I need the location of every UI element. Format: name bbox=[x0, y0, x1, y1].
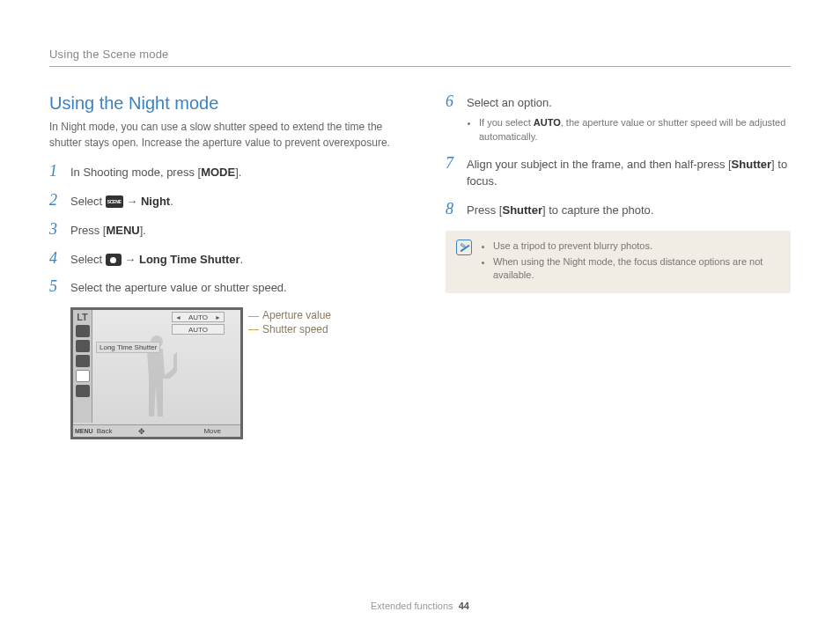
step-text: . bbox=[170, 195, 173, 208]
lcd-bottom-bar: MENU Back ✥ Move bbox=[73, 424, 240, 437]
section-title: Using the Night mode bbox=[49, 93, 394, 114]
dpad-icon: ✥ bbox=[138, 427, 145, 436]
mode-label: MODE bbox=[201, 166, 235, 179]
arrow: → bbox=[123, 195, 141, 208]
content-columns: Using the Night mode In Night mode, you … bbox=[49, 93, 791, 439]
lcd-icon bbox=[76, 325, 90, 337]
lcd-callouts: Aperture value Shutter speed bbox=[248, 307, 331, 336]
step-number: 8 bbox=[446, 201, 458, 218]
substep-text: If you select bbox=[479, 117, 534, 128]
lcd-sidebar: LT bbox=[73, 310, 92, 423]
lcd-icon bbox=[76, 340, 90, 352]
left-arrow-icon: ◄ bbox=[175, 314, 181, 321]
substep-list: If you select AUTO, the aperture value o… bbox=[467, 115, 791, 144]
note-list: Use a tripod to prevent blurry photos. W… bbox=[481, 240, 780, 284]
step-number: 6 bbox=[446, 93, 458, 111]
arrow: → bbox=[122, 253, 139, 266]
step-text: In Shooting mode, press [ bbox=[70, 166, 201, 179]
shutter-bold: Shutter bbox=[732, 158, 772, 171]
step-number: 4 bbox=[49, 250, 62, 268]
step-number: 7 bbox=[446, 155, 458, 173]
manual-page: Using the Scene mode Using the Night mod… bbox=[0, 0, 840, 634]
step-2: 2 Select → Night. bbox=[49, 192, 394, 210]
aperture-auto-pill: ◄ AUTO ► bbox=[172, 312, 225, 322]
step-text: ] to capture the photo. bbox=[542, 203, 653, 217]
breadcrumb: Using the Scene mode bbox=[49, 48, 791, 67]
step-4: 4 Select → Long Time Shutter. bbox=[49, 250, 394, 269]
substep: If you select AUTO, the aperture value o… bbox=[479, 115, 791, 144]
step-text: Select the aperture value or shutter spe… bbox=[70, 278, 394, 297]
step-number: 3 bbox=[49, 221, 62, 239]
step-text: Align your subject in the frame, and the… bbox=[467, 158, 732, 171]
right-arrow-icon: ► bbox=[215, 314, 221, 321]
step-number: 2 bbox=[49, 192, 62, 210]
shutter-bold: Shutter bbox=[502, 203, 542, 217]
aperture-callout: Aperture value bbox=[262, 309, 331, 323]
step-text: . bbox=[240, 253, 244, 266]
step-text: ]. bbox=[235, 166, 241, 179]
camera-icon bbox=[106, 254, 122, 266]
lcd-auto-controls: ◄ AUTO ► AUTO bbox=[172, 312, 225, 336]
lcd-icon bbox=[76, 355, 90, 367]
step-5: 5 Select the aperture value or shutter s… bbox=[49, 278, 394, 297]
auto-bold: AUTO bbox=[534, 117, 561, 128]
auto-label: AUTO bbox=[188, 326, 208, 334]
left-column: Using the Night mode In Night mode, you … bbox=[49, 93, 394, 439]
lcd-mode-label: Long Time Shutter bbox=[96, 342, 160, 353]
shutter-auto-pill: AUTO bbox=[172, 324, 225, 335]
move-label: Move bbox=[203, 427, 221, 435]
step-6: 6 Select an option. If you select AUTO, … bbox=[446, 93, 791, 144]
step-3: 3 Press [MENU]. bbox=[49, 221, 394, 240]
step-text: Select an option. bbox=[467, 96, 552, 109]
scene-icon bbox=[106, 195, 123, 208]
step-number: 5 bbox=[49, 278, 62, 296]
lcd-icon bbox=[76, 385, 90, 397]
camera-lcd: LT ◄ AUTO bbox=[70, 307, 243, 439]
lts-label: Long Time Shutter bbox=[139, 253, 240, 266]
step-8: 8 Press [Shutter] to capture the photo. bbox=[446, 201, 791, 219]
note-box: Use a tripod to prevent blurry photos. W… bbox=[446, 231, 791, 292]
lcd-icon bbox=[76, 370, 90, 382]
note-icon bbox=[456, 240, 472, 255]
page-footer: Extended functions 44 bbox=[0, 601, 840, 611]
lt-badge: LT bbox=[77, 312, 88, 322]
menu-label: MENU bbox=[106, 224, 139, 237]
step-text: ]. bbox=[140, 224, 146, 237]
shutter-callout: Shutter speed bbox=[262, 323, 328, 337]
night-label: Night bbox=[141, 195, 170, 208]
auto-label: AUTO bbox=[188, 313, 208, 321]
page-number: 44 bbox=[459, 601, 469, 611]
lcd-screenshot-row: LT ◄ AUTO bbox=[70, 307, 394, 439]
step-text: Press [ bbox=[70, 224, 106, 237]
back-label: Back bbox=[97, 427, 113, 435]
intro-text: In Night mode, you can use a slow shutte… bbox=[49, 119, 394, 151]
note-item: When using the Night mode, the focus dis… bbox=[493, 255, 780, 283]
step-text: Press [ bbox=[467, 203, 502, 217]
step-1: 1 In Shooting mode, press [MODE]. bbox=[49, 163, 394, 181]
note-item: Use a tripod to prevent blurry photos. bbox=[493, 240, 780, 253]
steps-left: 1 In Shooting mode, press [MODE]. 2 Sele… bbox=[49, 163, 394, 297]
right-column: 6 Select an option. If you select AUTO, … bbox=[446, 93, 791, 439]
steps-right: 6 Select an option. If you select AUTO, … bbox=[446, 93, 791, 218]
step-text: Select bbox=[70, 253, 106, 266]
step-number: 1 bbox=[49, 163, 62, 181]
footer-section: Extended functions bbox=[371, 601, 453, 611]
step-text: Select bbox=[70, 195, 106, 208]
step-7: 7 Align your subject in the frame, and t… bbox=[446, 155, 791, 190]
menu-button-label: MENU bbox=[75, 428, 93, 434]
